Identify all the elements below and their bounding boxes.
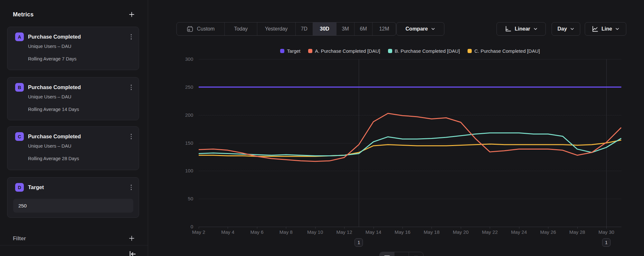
add-metric-button[interactable] [128, 11, 135, 18]
layout-wide-button[interactable] [394, 252, 409, 256]
metrics-sidebar: Metrics A Purchase Completed Unique User… [0, 0, 148, 256]
metric-transform: Rolling Average 7 Days [28, 56, 132, 61]
sidebar-header: Metrics [13, 10, 135, 19]
metric-transform: Rolling Average 28 Days [28, 156, 132, 161]
series-line-a-purchase-completed-dau- [199, 114, 621, 161]
metric-card-b[interactable]: B Purchase Completed Unique Users – DAU … [7, 77, 139, 120]
metric-card-c[interactable]: C Purchase Completed Unique Users – DAU … [7, 126, 139, 170]
metric-measure: Unique Users – DAU [28, 44, 132, 49]
app-root: Metrics A Purchase Completed Unique User… [0, 0, 644, 256]
x-axis-label: May 18 [417, 229, 446, 235]
plus-icon [128, 235, 135, 242]
metric-card-header: D Target [15, 183, 134, 192]
collapse-left-icon [128, 250, 136, 256]
x-axis-label: May 14 [359, 229, 388, 235]
layout-single-button[interactable] [380, 252, 394, 256]
series-line-c-purchase-completed-dau- [199, 140, 621, 156]
y-axis-label: 250 [171, 84, 193, 90]
y-axis-label: 200 [171, 112, 193, 118]
x-axis-label: May 6 [242, 229, 271, 235]
metric-card-a[interactable]: A Purchase Completed Unique Users – DAU … [7, 27, 139, 70]
metric-card-header: C Purchase Completed [15, 132, 134, 141]
sidebar-footer-divider [0, 245, 148, 245]
chart-layout-control [379, 252, 423, 256]
filter-section: Filter [13, 234, 135, 242]
metric-title: Purchase Completed [28, 133, 129, 140]
x-axis-label: May 16 [388, 229, 417, 235]
x-axis-label: May 28 [563, 229, 592, 235]
plus-icon [128, 11, 135, 18]
kebab-menu-icon[interactable] [129, 133, 134, 141]
x-axis-label: May 20 [446, 229, 475, 235]
x-axis-label: May 24 [505, 229, 534, 235]
collapse-sidebar-button[interactable] [128, 250, 137, 256]
kebab-menu-icon[interactable] [129, 83, 134, 91]
metric-title: Target [28, 184, 129, 190]
metric-card-header: A Purchase Completed [15, 32, 134, 41]
x-axis-label: May 2 [184, 229, 213, 235]
metric-badge-a: A [15, 32, 24, 41]
x-axis-label: May 8 [271, 229, 300, 235]
layout-compact-button[interactable] [409, 252, 423, 256]
metric-badge-d: D [15, 183, 24, 192]
line-chart: 300250200150100500May 2May 4May 6May 8Ma… [148, 0, 644, 256]
x-axis-label: May 4 [213, 229, 242, 235]
add-filter-button[interactable] [128, 235, 135, 242]
x-axis-label: May 30 [592, 229, 621, 235]
kebab-menu-icon[interactable] [129, 33, 134, 41]
metric-measure: Unique Users – DAU [28, 94, 132, 99]
metric-title: Purchase Completed [28, 84, 129, 90]
metrics-section-title: Metrics [13, 11, 33, 18]
metric-title: Purchase Completed [28, 34, 129, 40]
filter-section-title: Filter [13, 235, 26, 242]
annotation-badge[interactable]: 1 [602, 238, 611, 247]
metric-card-header: B Purchase Completed [15, 83, 134, 92]
metric-transform: Rolling Average 14 Days [28, 107, 132, 112]
y-axis-label: 150 [171, 140, 193, 146]
x-axis-label: May 10 [301, 229, 330, 235]
kebab-menu-icon[interactable] [129, 183, 134, 191]
target-card-d[interactable]: D Target [7, 177, 139, 218]
x-axis-label: May 26 [534, 229, 563, 235]
target-value-input[interactable] [13, 199, 133, 213]
x-axis-label: May 12 [330, 229, 359, 235]
metric-measure: Unique Users – DAU [28, 143, 132, 149]
y-axis-label: 0 [171, 224, 193, 229]
x-axis-label: May 22 [475, 229, 504, 235]
chart-series-plot [199, 59, 621, 229]
annotation-badge[interactable]: 1 [355, 238, 363, 247]
y-axis-label: 300 [171, 56, 193, 62]
y-axis-label: 100 [171, 168, 193, 173]
y-axis-label: 50 [171, 196, 193, 201]
metric-badge-b: B [15, 83, 24, 92]
metric-badge-c: C [15, 132, 24, 141]
